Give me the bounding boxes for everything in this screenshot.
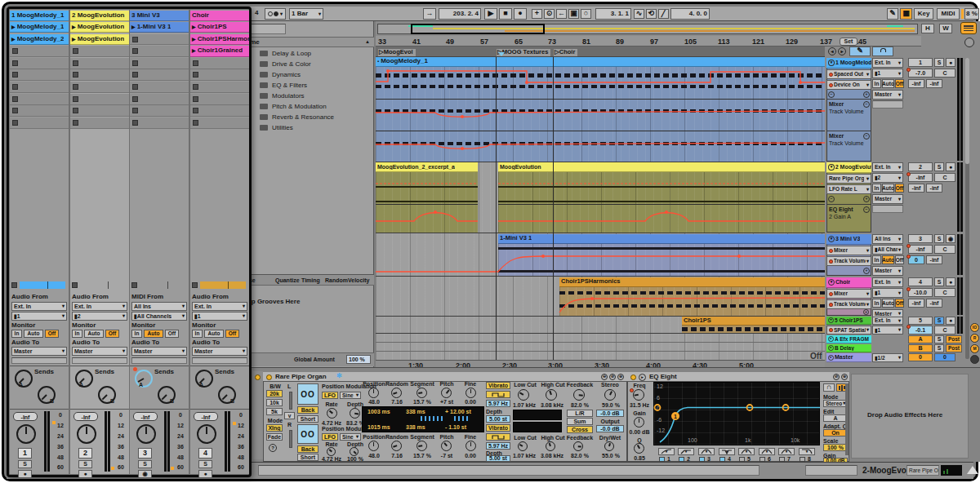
master-volume-field[interactable]: 0 (908, 353, 933, 361)
clip-stop-button[interactable] (130, 46, 189, 57)
routing-sum-button[interactable]: Sum (567, 418, 593, 425)
pitch-knob[interactable] (441, 441, 452, 451)
clip-stop-button[interactable] (10, 82, 69, 93)
vibrato-rate-value[interactable]: 5.97 Hz (486, 442, 510, 450)
monitor-auto[interactable]: Auto (144, 330, 163, 338)
device-on-toggle[interactable] (630, 374, 636, 380)
device-selector[interactable]: Spaced Out (826, 69, 871, 79)
position-knob[interactable] (368, 388, 379, 398)
session-record-button[interactable]: ○ (581, 9, 591, 19)
browser-item[interactable]: EQ & Filters (272, 82, 370, 90)
return-a-header[interactable]: ▸A Efx FRAGM (826, 335, 871, 343)
segment-knob[interactable] (416, 388, 427, 398)
add-lane-button[interactable]: + (863, 309, 869, 315)
track-stop-button[interactable] (131, 282, 137, 288)
vibrato-depth-value[interactable]: 5.00 st (486, 455, 510, 462)
clip-play-icon[interactable]: ▶ (131, 24, 136, 30)
track-activator[interactable]: 5 (908, 317, 933, 325)
track-header-moogevolution[interactable]: ▾2 MoogEvolut (826, 162, 871, 173)
back-l-button[interactable]: Back (297, 406, 318, 414)
rate-knob[interactable] (327, 408, 337, 419)
track-activator[interactable]: 3 (908, 234, 933, 243)
band-5-filter-type[interactable]: ▾ (738, 448, 755, 455)
low-cut-value[interactable]: 1.07 kHz (511, 402, 537, 409)
browser-item[interactable]: Modulators (272, 93, 370, 100)
pan-knob[interactable] (16, 424, 36, 444)
control-selector[interactable]: LFO Rate L (826, 184, 871, 194)
band-2-filter-type[interactable]: ▾ (678, 448, 694, 455)
lane-param-label[interactable]: 2 Gain A (829, 214, 851, 220)
track-header-choir1ps[interactable]: ▾5 Choir1PS (826, 317, 871, 325)
monitor-auto[interactable]: Auto (882, 299, 894, 308)
input-channel-chooser[interactable]: ▮1 (872, 326, 903, 335)
monitor-auto[interactable]: Auto (84, 330, 104, 338)
monitor-auto[interactable]: Auto (882, 255, 894, 264)
delay-r-ms[interactable]: 1015 ms (368, 424, 390, 431)
input-channel-chooser[interactable]: ▮2 (872, 173, 903, 183)
track-activator[interactable]: 3 (138, 448, 152, 459)
session-clip[interactable]: ▶MoogEvolution (70, 22, 129, 33)
session-view-toggle[interactable] (964, 38, 974, 47)
master-pan-field[interactable]: 0 (934, 353, 956, 361)
volume-field[interactable]: -10.0 (908, 288, 933, 297)
monitor-in[interactable]: In (872, 299, 881, 308)
random-value[interactable]: 7.16 (387, 453, 407, 459)
volume-field[interactable]: -Inf (194, 412, 218, 421)
output-db-value[interactable]: -0.0 dB (596, 425, 624, 432)
track-activator[interactable]: 2 (78, 448, 92, 459)
locator[interactable]: ▷Choir (554, 49, 577, 56)
clip-stop-button[interactable] (70, 117, 129, 129)
next-locator-button[interactable]: ▸ (838, 47, 846, 55)
arrangement-view-toggle[interactable] (960, 22, 977, 34)
browser-item[interactable]: Pitch & Modulation (272, 104, 370, 111)
width-db-value[interactable]: -0.0 dB (596, 410, 624, 417)
input-type-chooser[interactable]: All Ins (131, 302, 187, 311)
clip-stop-button[interactable] (10, 105, 69, 117)
browser-item[interactable]: Delay & Loop (272, 51, 370, 58)
fold-icon[interactable]: ▸ (828, 336, 834, 342)
cpu-meter[interactable]: 8 % (964, 8, 979, 20)
input-type-chooser[interactable]: Ext. In (872, 277, 903, 287)
low-cut-value[interactable]: 1.07 kHz (511, 453, 537, 459)
punch-out-button[interactable]: ╱ (658, 9, 669, 19)
monitor-in[interactable]: In (131, 330, 142, 338)
clip-stop-button[interactable] (70, 69, 129, 81)
send-a-knob[interactable] (15, 370, 33, 388)
record-button[interactable]: ● (514, 8, 527, 20)
show-mixer-toggle-icon[interactable]: M (970, 344, 979, 353)
session-clip[interactable]: ▶Choir1Grained (190, 46, 249, 57)
clip-play-icon[interactable]: ▶ (192, 37, 196, 42)
routing-lr-button[interactable]: L/R (567, 410, 593, 417)
position-value[interactable]: 48.0 (364, 453, 384, 459)
clip-stop-button[interactable] (190, 58, 249, 69)
global-amount-value[interactable]: 100 % (346, 355, 371, 364)
input-type-chooser[interactable]: All Ins (872, 234, 903, 244)
capture-midi-button[interactable]: ▣ (568, 9, 579, 19)
minus-icon[interactable]: − (863, 133, 870, 140)
bw-10k-button[interactable]: 10k (266, 399, 283, 406)
band-4-filter-type[interactable]: ▾ (719, 448, 735, 455)
mode-fade-button[interactable]: Fade (266, 433, 283, 441)
arm-button[interactable]: ● (946, 317, 956, 325)
input-type-chooser[interactable]: Ext. In (872, 162, 903, 172)
lfo-wave-chooser[interactable]: Sine (340, 433, 361, 441)
groove-col-random[interactable]: Random (325, 277, 348, 284)
output-chooser[interactable]: Master (872, 194, 903, 204)
loop-button[interactable]: ⟲ (646, 9, 657, 19)
pitch-value[interactable]: +7 st (436, 399, 457, 405)
feedback-value[interactable]: 82.0 % (570, 402, 590, 409)
gain-value[interactable]: 0.00 dB (628, 429, 651, 436)
lfo-button[interactable]: LFO (322, 433, 338, 441)
send-b-field[interactable]: -inf (926, 184, 942, 193)
clip-stop-button[interactable] (190, 94, 249, 105)
output-chooser[interactable]: Master (72, 347, 127, 356)
solo-button[interactable]: S (934, 344, 944, 352)
fixed-width-button[interactable]: W (939, 24, 952, 33)
solo-button[interactable]: S (934, 317, 944, 325)
unfold-icon[interactable]: ▾ (828, 164, 835, 171)
back-r-button[interactable]: Back (297, 445, 318, 453)
reenable-automation-button[interactable]: ← (556, 9, 567, 19)
session-track-title[interactable]: Choir (190, 11, 249, 21)
monitor-auto[interactable]: Auto (24, 330, 43, 338)
volume-field[interactable]: -Inf (74, 412, 98, 421)
